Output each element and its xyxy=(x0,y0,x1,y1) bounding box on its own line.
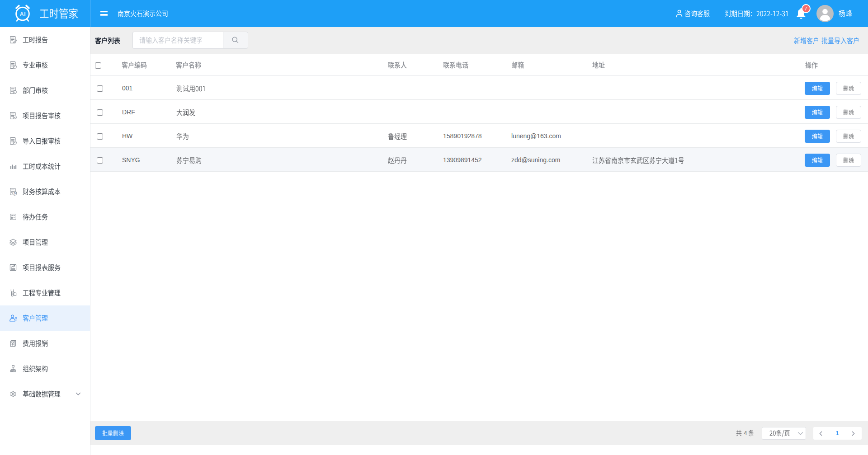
svg-text:AI: AI xyxy=(19,11,26,18)
svg-text:$: $ xyxy=(14,191,16,195)
